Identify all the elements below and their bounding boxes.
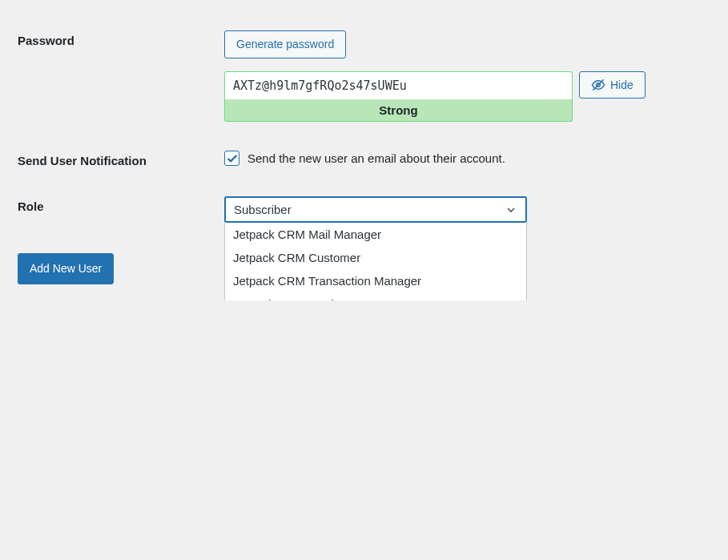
hide-password-button[interactable]: Hide (579, 71, 646, 99)
notification-checkbox[interactable] (224, 151, 239, 166)
notification-row: Send User Notification Send the new user… (0, 136, 728, 182)
chevron-down-icon (505, 203, 517, 216)
role-field: Subscriber Jetpack CRM Mail ManagerJetpa… (224, 196, 728, 223)
password-input[interactable] (224, 71, 573, 99)
generate-password-button[interactable]: Generate password (224, 30, 346, 58)
password-field: Generate password Strong Hide (224, 30, 728, 122)
password-label: Password (0, 30, 224, 47)
eye-slash-icon (591, 78, 605, 92)
role-option[interactable]: Jetpack CRM Mail Manager (225, 223, 526, 246)
role-selected-value: Subscriber (234, 203, 292, 216)
password-strength-meter: Strong (224, 99, 573, 122)
check-icon (226, 152, 239, 165)
add-user-button[interactable]: Add New User (18, 253, 114, 284)
role-option[interactable]: Jetpack CRM Transaction Manager (225, 269, 526, 292)
password-row: Password Generate password Strong Hide (0, 16, 728, 136)
notification-field: Send the new user an email about their a… (224, 151, 728, 166)
role-select[interactable]: Subscriber (224, 196, 527, 223)
notification-label: Send User Notification (0, 151, 224, 167)
role-dropdown: Jetpack CRM Mail ManagerJetpack CRM Cust… (224, 223, 527, 300)
role-option[interactable]: Jetpack CRM Customer (225, 246, 526, 269)
role-label: Role (0, 196, 224, 213)
role-option[interactable]: Jetpack CRM Invoice Manager (225, 292, 526, 300)
notification-description: Send the new user an email about their a… (247, 151, 505, 165)
hide-label: Hide (610, 79, 633, 91)
role-row: Role Subscriber Jetpack CRM Mail Manager… (0, 182, 728, 237)
